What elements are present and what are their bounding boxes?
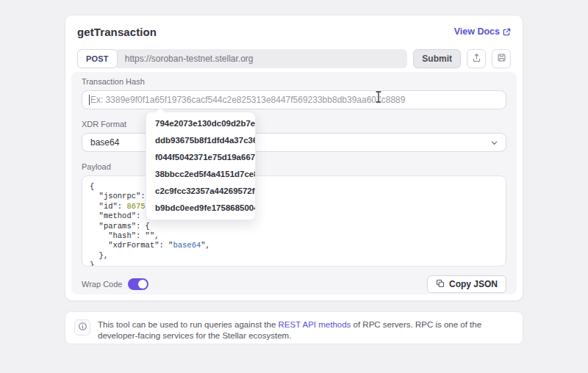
xdr-format-value: base64 xyxy=(90,137,119,148)
code-line: "xdrFormat": "base64", xyxy=(90,241,498,250)
copy-json-label: Copy JSON xyxy=(449,279,498,289)
submit-button[interactable]: Submit xyxy=(413,49,461,68)
copy-icon xyxy=(436,279,445,290)
copy-json-button[interactable]: Copy JSON xyxy=(427,275,506,293)
request-form-section: Transaction Hash XDR Format base64 Paylo… xyxy=(71,72,517,294)
save-icon xyxy=(497,52,506,65)
text-caret xyxy=(89,95,90,105)
card-header: getTransaction View Docs xyxy=(65,15,523,39)
page-title: getTransaction xyxy=(77,26,157,38)
external-link-icon xyxy=(503,28,511,36)
rest-api-methods-link[interactable]: REST API methods xyxy=(279,320,351,329)
section-footer: Wrap Code Copy JSON xyxy=(82,275,506,293)
http-method-badge: POST xyxy=(77,49,118,68)
code-line: "params": { xyxy=(90,222,498,231)
info-note-card: This tool can be used to run queries aga… xyxy=(65,311,523,344)
save-button[interactable] xyxy=(492,49,511,68)
toggle-knob xyxy=(138,280,147,289)
transaction-hash-input[interactable] xyxy=(82,90,506,109)
upload-share-icon xyxy=(472,52,481,65)
view-docs-label: View Docs xyxy=(454,26,500,37)
info-icon xyxy=(78,321,87,334)
hash-suggestion-item[interactable]: 38bbcc2ed5f4a4151d7ce8d... xyxy=(146,166,255,183)
code-line: "hash": "", xyxy=(90,231,498,241)
hash-suggestions-dropdown: 794e2073e130dc09d2b7e8...ddb93675b8f1dfd… xyxy=(146,112,256,220)
wrap-code-toggle[interactable] xyxy=(128,278,148,290)
note-text-before: This tool can be used to run queries aga… xyxy=(98,320,279,329)
endpoint-group: POST https://soroban-testnet.stellar.org xyxy=(77,49,407,68)
wrap-code-label: Wrap Code xyxy=(82,280,122,289)
hash-suggestion-item[interactable]: 794e2073e130dc09d2b7e8... xyxy=(146,115,255,132)
hash-suggestions-list: 794e2073e130dc09d2b7e8...ddb93675b8f1dfd… xyxy=(146,115,255,217)
hash-suggestion-item[interactable]: ddb93675b8f1dfd4a37c36e... xyxy=(146,132,255,149)
info-note-text: This tool can be used to run queries aga… xyxy=(98,318,514,341)
endpoint-url-input[interactable]: https://soroban-testnet.stellar.org xyxy=(115,49,408,68)
code-line: } xyxy=(90,261,498,267)
chevron-down-icon xyxy=(490,139,498,147)
request-row: POST https://soroban-testnet.stellar.org… xyxy=(77,49,511,68)
hash-suggestion-item[interactable]: c2c9fcc32357a44269572fd... xyxy=(146,183,255,200)
info-icon-chip xyxy=(74,319,90,336)
view-docs-link[interactable]: View Docs xyxy=(454,26,511,37)
hash-field-wrap xyxy=(82,90,506,109)
hash-suggestion-item[interactable]: f044f5042371e75d19a6677... xyxy=(146,149,255,166)
hash-suggestion-item[interactable]: b9bdc0eed9fe1758685004... xyxy=(146,200,255,217)
share-button[interactable] xyxy=(467,49,486,68)
code-line: }, xyxy=(90,251,498,261)
hash-field-label: Transaction Hash xyxy=(82,77,506,87)
api-explorer-card: getTransaction View Docs POST https://so… xyxy=(65,15,523,301)
